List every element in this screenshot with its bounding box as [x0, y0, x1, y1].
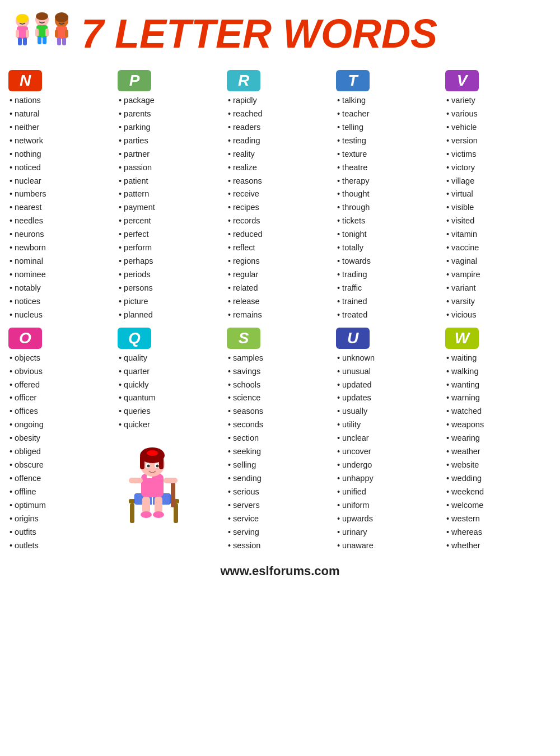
word-item: natural	[8, 108, 115, 121]
word-item: visible	[445, 201, 552, 214]
word-item: outlets	[8, 539, 115, 553]
letter-section-p: Ppackageparentsparkingpartiespartnerpass…	[118, 70, 224, 322]
word-item: uncover	[336, 445, 442, 459]
letter-section-u: Uunknownunusualupdatedupdatesusuallyutil…	[336, 328, 442, 553]
word-item: utility	[336, 418, 442, 432]
word-item: schools	[227, 379, 333, 392]
svg-rect-41	[164, 478, 178, 483]
word-item: tonight	[336, 228, 442, 241]
word-item: various	[445, 108, 552, 121]
word-item: quicker	[118, 418, 224, 432]
word-item: parents	[118, 108, 224, 121]
word-item: patient	[118, 175, 224, 188]
word-item: upwards	[336, 512, 442, 526]
svg-rect-40	[129, 478, 143, 483]
word-item: weapons	[445, 418, 552, 432]
word-item: officer	[8, 391, 115, 405]
word-item: nucleus	[8, 309, 115, 322]
word-item: tickets	[336, 214, 442, 228]
word-item: variety	[445, 94, 552, 108]
word-item: towards	[336, 255, 442, 268]
letter-badge-u: U	[336, 328, 370, 349]
word-item: wanting	[445, 379, 552, 392]
letter-badge-n: N	[8, 70, 42, 91]
word-item: watched	[445, 405, 552, 418]
word-item: thought	[336, 188, 442, 201]
word-item: obscure	[8, 459, 115, 472]
word-item: planned	[118, 309, 224, 322]
word-item: virtual	[445, 188, 552, 201]
header: 7 LETTER WORDS	[6, 6, 554, 62]
svg-rect-43	[155, 497, 162, 514]
word-item: website	[445, 459, 552, 472]
word-item: notices	[8, 295, 115, 309]
letter-badge-r: R	[227, 70, 260, 91]
word-item: welcome	[445, 499, 552, 512]
word-item: notably	[8, 282, 115, 295]
word-item: vaginal	[445, 255, 552, 268]
svg-rect-10	[35, 29, 39, 36]
word-item: newborn	[8, 241, 115, 255]
word-item: periods	[118, 268, 224, 282]
word-item: telling	[336, 121, 442, 134]
word-item: wedding	[445, 472, 552, 486]
kids-illustration	[11, 8, 73, 59]
word-item: parties	[118, 134, 224, 148]
word-item: walking	[445, 365, 552, 379]
word-item: testing	[336, 134, 442, 148]
word-item: neurons	[8, 228, 115, 241]
svg-rect-20	[62, 38, 66, 45]
letter-section-s: Ssamplessavingsschoolsscienceseasonsseco…	[227, 328, 333, 553]
letter-section-r: Rrapidlyreachedreadersreadingrealityreal…	[227, 70, 333, 322]
word-item: texture	[336, 148, 442, 161]
svg-rect-29	[141, 474, 164, 497]
word-item: numbers	[8, 188, 115, 201]
word-item: regions	[227, 255, 333, 268]
word-item: seconds	[227, 418, 333, 432]
word-item: pattern	[118, 188, 224, 201]
word-item: needles	[8, 214, 115, 228]
word-item: savings	[227, 365, 333, 379]
word-item: receive	[227, 188, 333, 201]
word-item: service	[227, 512, 333, 526]
letter-section-n: Nnationsnaturalneithernetworknothingnoti…	[8, 70, 115, 322]
word-item: updates	[336, 391, 442, 405]
word-item: partner	[118, 148, 224, 161]
word-item: teacher	[336, 108, 442, 121]
word-item: waiting	[445, 352, 552, 365]
word-item: realize	[227, 161, 333, 175]
word-item: reasons	[227, 175, 333, 188]
svg-rect-17	[55, 30, 58, 38]
bottom-sections-grid: Oobjectsobviousofferedofficerofficesongo…	[6, 328, 554, 558]
word-item: talking	[336, 94, 442, 108]
svg-point-8	[36, 12, 48, 20]
word-item: vehicle	[445, 121, 552, 134]
letter-section-v: Vvarietyvariousvehicleversionvictimsvict…	[445, 70, 552, 322]
letter-badge-v: V	[445, 70, 479, 91]
word-item: through	[336, 201, 442, 214]
word-item: wearing	[445, 432, 552, 445]
word-item: western	[445, 512, 552, 526]
q-section-wrapper: Qqualityquarterquicklyquantumqueriesquic…	[118, 328, 224, 558]
word-item: offices	[8, 405, 115, 418]
letter-section-o: Oobjectsobviousofferedofficerofficesongo…	[8, 328, 115, 553]
word-item: recipes	[227, 201, 333, 214]
word-item: unified	[336, 486, 442, 499]
word-item: seeking	[227, 445, 333, 459]
word-item: whereas	[445, 526, 552, 539]
letter-badge-t: T	[336, 70, 370, 91]
girl-reading-illustration	[118, 437, 190, 527]
word-item: obvious	[8, 365, 115, 379]
svg-point-39	[156, 465, 159, 468]
word-item: reading	[227, 134, 333, 148]
word-item: uniform	[336, 499, 442, 512]
word-item: queries	[118, 405, 224, 418]
word-item: seasons	[227, 405, 333, 418]
svg-point-44	[141, 511, 152, 518]
word-item: reality	[227, 148, 333, 161]
word-item: related	[227, 282, 333, 295]
word-item: reduced	[227, 228, 333, 241]
word-item: neither	[8, 121, 115, 134]
word-item: percent	[118, 214, 224, 228]
word-item: nothing	[8, 148, 115, 161]
